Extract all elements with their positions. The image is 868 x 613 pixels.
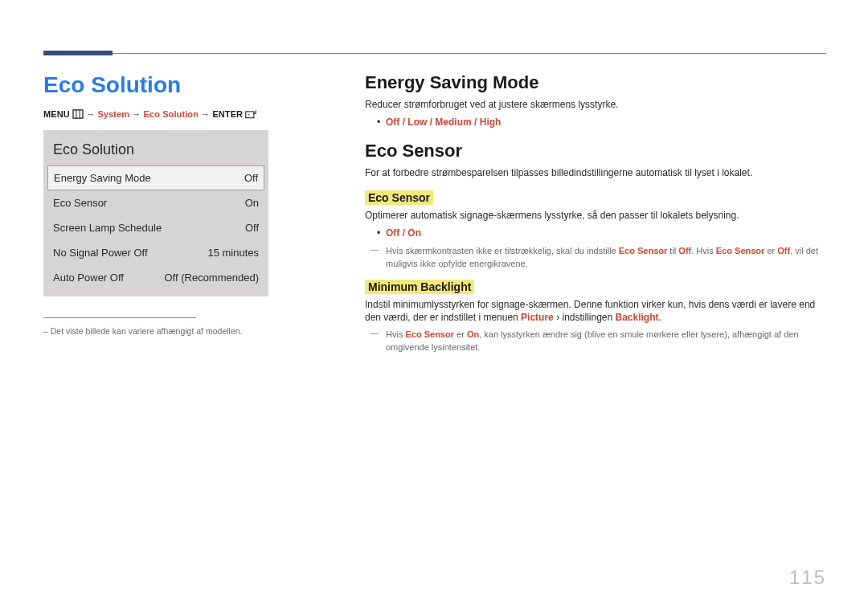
option-line: Off / Low / Medium / High xyxy=(386,116,826,129)
osd-row-value: On xyxy=(245,197,259,209)
left-column: Eco Solution MENU → System → Eco Solutio… xyxy=(43,72,333,357)
right-column: Energy Saving Mode Reducer strømforbruge… xyxy=(333,72,826,357)
osd-row-label: Auto Power Off xyxy=(53,272,124,284)
note-line: Hvis Eco Sensor er On, kan lysstyrken æn… xyxy=(386,329,826,353)
sub-eco-sensor-desc: Optimerer automatisk signage-skærmens ly… xyxy=(365,209,826,222)
t: er xyxy=(764,246,777,255)
min-backlight-note: Hvis Eco Sensor er On, kan lysstyrken æn… xyxy=(365,329,826,353)
option-high: High xyxy=(480,116,502,128)
svg-rect-3 xyxy=(246,112,254,118)
osd-row-label: No Signal Power Off xyxy=(53,247,148,259)
page-number: 115 xyxy=(789,566,826,589)
t: til xyxy=(667,246,678,255)
osd-row-value: Off xyxy=(245,222,259,234)
eco-sensor-term: Eco Sensor xyxy=(619,246,668,255)
eco-sensor-desc: For at forbedre strømbesparelsen tilpass… xyxy=(365,166,826,179)
enter-icon xyxy=(245,109,256,119)
footnote-divider xyxy=(43,317,196,318)
t: . Hvis xyxy=(691,246,716,255)
manual-page: Eco Solution MENU → System → Eco Solutio… xyxy=(0,0,868,613)
option-medium: Medium xyxy=(435,116,471,128)
off-term: Off xyxy=(777,246,790,255)
menu-path: MENU → System → Eco Solution → ENTER xyxy=(43,109,333,119)
breadcrumb-system: System xyxy=(97,109,129,119)
osd-panel: Eco Solution Energy Saving Mode Off Eco … xyxy=(43,130,268,296)
option-off: Off xyxy=(386,116,399,128)
picture-term: Picture xyxy=(521,312,554,323)
enter-label: ENTER xyxy=(212,109,243,119)
option-sep: / xyxy=(399,227,407,239)
arrow-icon: → xyxy=(201,109,210,119)
subheading-minimum-backlight: Minimum Backlight xyxy=(365,280,474,294)
footnote: – Det viste billede kan variere afhængig… xyxy=(43,326,333,336)
option-sep: / xyxy=(399,116,407,128)
option-line: Off / On xyxy=(386,227,826,240)
sub-eco-sensor-options: Off / On xyxy=(365,227,826,240)
osd-row-label: Energy Saving Mode xyxy=(54,172,151,184)
osd-row-value: Off xyxy=(244,172,258,184)
eco-sensor-term: Eco Sensor xyxy=(405,329,454,339)
osd-row-screen-lamp[interactable]: Screen Lamp Schedule Off xyxy=(43,215,268,240)
arrow-icon: → xyxy=(86,109,95,119)
menu-label: MENU xyxy=(43,109,70,119)
top-rule-accent xyxy=(43,51,113,55)
subheading-eco-sensor: Eco Sensor xyxy=(365,190,433,205)
section-title: Eco Solution xyxy=(43,72,333,98)
t: Hvis skærmkontrasten ikke er tilstrækkel… xyxy=(386,246,619,255)
menu-grid-icon xyxy=(72,109,84,119)
footnote-dash: – xyxy=(43,326,48,336)
content-columns: Eco Solution MENU → System → Eco Solutio… xyxy=(43,72,826,357)
option-sep: / xyxy=(427,116,435,128)
breadcrumb-eco: Eco Solution xyxy=(144,109,199,119)
heading-energy-saving-mode: Energy Saving Mode xyxy=(365,72,826,93)
t: Hvis xyxy=(386,329,405,339)
t: indstillingen xyxy=(559,312,615,323)
footnote-text: Det viste billede kan variere afhængigt … xyxy=(51,326,243,336)
option-low: Low xyxy=(407,116,427,128)
osd-row-value: Off (Recommended) xyxy=(164,272,259,284)
osd-row-label: Eco Sensor xyxy=(53,197,107,209)
osd-row-eco-sensor[interactable]: Eco Sensor On xyxy=(43,190,268,215)
svg-rect-0 xyxy=(73,110,83,118)
energy-saving-options: Off / Low / Medium / High xyxy=(365,116,826,129)
on-term: On xyxy=(467,329,479,339)
option-on: On xyxy=(407,227,421,239)
eco-sensor-note: Hvis skærmkontrasten ikke er tilstrækkel… xyxy=(365,245,826,270)
top-rule xyxy=(43,53,826,54)
t: . xyxy=(659,312,661,323)
osd-row-label: Screen Lamp Schedule xyxy=(53,222,162,234)
osd-row-auto-power-off[interactable]: Auto Power Off Off (Recommended) xyxy=(43,265,268,290)
osd-row-value: 15 minutes xyxy=(207,247,259,259)
osd-row-energy-saving-mode[interactable]: Energy Saving Mode Off xyxy=(47,166,264,190)
t: er xyxy=(454,329,467,339)
osd-title: Eco Solution xyxy=(43,137,268,166)
note-line: Hvis skærmkontrasten ikke er tilstrækkel… xyxy=(386,245,826,270)
arrow-icon: → xyxy=(132,109,141,119)
option-sep: / xyxy=(472,116,480,128)
option-off: Off xyxy=(386,227,399,239)
backlight-term: Backlight xyxy=(616,312,659,323)
osd-row-no-signal[interactable]: No Signal Power Off 15 minutes xyxy=(43,240,268,265)
energy-saving-desc: Reducer strømforbruget ved at justere sk… xyxy=(365,98,826,111)
min-backlight-desc: Indstil minimumlysstyrken for signage-sk… xyxy=(365,298,826,324)
off-term: Off xyxy=(678,246,691,255)
eco-sensor-term: Eco Sensor xyxy=(716,246,765,255)
heading-eco-sensor: Eco Sensor xyxy=(365,141,826,161)
